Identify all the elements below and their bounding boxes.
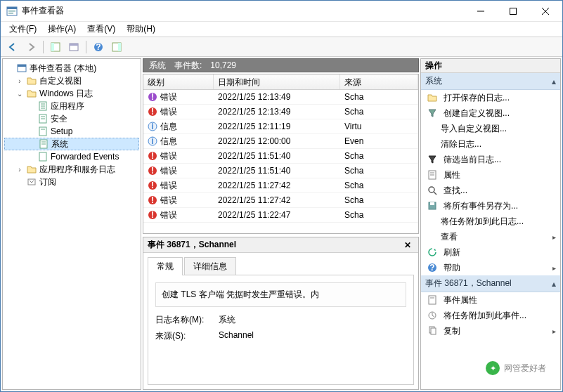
action-properties[interactable]: 属性 xyxy=(421,167,560,183)
action-copy[interactable]: 复制▸ xyxy=(421,323,560,339)
table-header: 级别 日期和时间 来源 xyxy=(143,74,418,90)
tree-label: 应用程序 xyxy=(51,100,84,112)
task-icon xyxy=(427,310,438,321)
action-attach-task-event[interactable]: 将任务附加到此事件... xyxy=(421,308,560,323)
collapse-icon[interactable]: ⌄ xyxy=(15,90,24,98)
action-clear-log[interactable]: 清除日志... xyxy=(421,136,560,152)
col-level[interactable]: 级别 xyxy=(143,74,214,89)
tree-label: 应用程序和服务日志 xyxy=(39,164,115,176)
action-open-saved[interactable]: 打开保存的日志... xyxy=(421,90,560,105)
table-row[interactable]: !错误2022/1/25 11:27:42Scha xyxy=(143,193,418,208)
svg-rect-3 xyxy=(8,13,13,14)
tree-label: 订阅 xyxy=(39,176,56,188)
minimize-button[interactable] xyxy=(465,1,496,21)
menu-view[interactable]: 查看(V) xyxy=(83,22,119,37)
svg-line-54 xyxy=(434,192,436,195)
help-button[interactable]: ? xyxy=(91,39,106,55)
tree-forwarded[interactable]: Forwarded Events xyxy=(4,150,139,163)
action-group-system[interactable]: 系统 ▴ xyxy=(421,73,560,90)
tree-label: Setup xyxy=(51,126,72,136)
source-cell: Scha xyxy=(340,195,418,205)
tab-details[interactable]: 详细信息 xyxy=(184,257,236,275)
actions-body[interactable]: 系统 ▴ 打开保存的日志... 创建自定义视图... 导入自定义视图... 清除… xyxy=(421,73,560,389)
forward-button[interactable] xyxy=(23,39,39,55)
action-view[interactable]: 查看▸ xyxy=(421,229,560,244)
actions-title: 操作 xyxy=(421,59,560,73)
table-body[interactable]: !错误2022/1/25 12:13:49Scha!错误2022/1/25 12… xyxy=(143,90,418,233)
table-row[interactable]: i信息2022/1/25 12:00:00Even xyxy=(143,134,418,149)
level-text: 错误 xyxy=(160,151,177,161)
close-button[interactable] xyxy=(529,1,561,21)
expand-icon[interactable]: › xyxy=(15,77,24,85)
action-find[interactable]: 查找... xyxy=(421,183,560,198)
table-row[interactable]: !错误2022/1/25 11:51:40Scha xyxy=(143,149,418,164)
table-row[interactable]: !错误2022/1/25 11:27:42Scha xyxy=(143,178,418,193)
detail-pane: 事件 36871，Schannel ✕ 常规 详细信息 创建 TLS 客户端 凭… xyxy=(143,237,419,390)
tree-application[interactable]: 应用程序 xyxy=(4,100,139,112)
properties-icon xyxy=(427,169,438,181)
show-hide-tree-button[interactable] xyxy=(48,39,63,55)
log-icon xyxy=(37,100,48,112)
menu-help[interactable]: 帮助(H) xyxy=(122,22,160,37)
tree-app-svc-logs[interactable]: › 应用程序和服务日志 xyxy=(4,163,139,176)
action-pane-button[interactable] xyxy=(109,39,124,55)
properties-button[interactable] xyxy=(66,39,82,55)
action-refresh[interactable]: 刷新 xyxy=(421,244,560,260)
tree-setup[interactable]: Setup xyxy=(4,125,139,138)
action-event-properties[interactable]: 事件属性 xyxy=(421,292,560,308)
open-icon xyxy=(427,92,438,103)
datetime-cell: 2022/1/25 11:51:40 xyxy=(214,166,340,176)
tree-label: Forwarded Events xyxy=(51,152,119,162)
table-row[interactable]: !错误2022/1/25 12:13:49Scha xyxy=(143,105,418,119)
tree-pane[interactable]: 事件查看器 (本地) › 自定义视图 ⌄ Windows 日志 应用程序 安全 … xyxy=(2,58,141,390)
center-header: 系统 事件数: 10,729 xyxy=(143,58,419,72)
col-datetime[interactable]: 日期和时间 xyxy=(214,74,340,89)
level-icon: ! xyxy=(148,195,157,205)
log-name-value: 系统 xyxy=(219,314,235,326)
action-create-custom[interactable]: 创建自定义视图... xyxy=(421,105,560,121)
tree-label: 系统 xyxy=(51,138,68,150)
expand-icon[interactable]: › xyxy=(15,166,24,174)
action-save-all[interactable]: 将所有事件另存为... xyxy=(421,198,560,214)
source-cell: Scha xyxy=(340,181,418,190)
svg-rect-1 xyxy=(7,7,17,9)
table-row[interactable]: !错误2022/1/25 12:13:49Scha xyxy=(143,90,418,105)
table-row[interactable]: !错误2022/1/25 11:22:47Scha xyxy=(143,208,418,223)
back-button[interactable] xyxy=(5,39,20,55)
action-help[interactable]: ?帮助▸ xyxy=(421,260,560,275)
svg-text:?: ? xyxy=(429,263,434,273)
actions-pane: 操作 系统 ▴ 打开保存的日志... 创建自定义视图... 导入自定义视图...… xyxy=(420,58,561,390)
level-icon: ! xyxy=(148,92,157,102)
maximize-button[interactable] xyxy=(497,1,529,21)
source-cell: Even xyxy=(340,136,418,146)
level-icon: i xyxy=(148,136,157,146)
tree-system[interactable]: 系统 xyxy=(4,138,139,150)
menu-file[interactable]: 文件(F) xyxy=(5,22,41,37)
tab-general[interactable]: 常规 xyxy=(148,257,183,275)
center-pane: 系统 事件数: 10,729 级别 日期和时间 来源 !错误2022/1/25 … xyxy=(143,58,419,390)
detail-body[interactable]: 创建 TLS 客户端 凭据时发生严重错误。内 日志名称(M): 系统 来源(S)… xyxy=(148,275,414,385)
table-row[interactable]: i信息2022/1/25 12:11:19Virtu xyxy=(143,119,418,134)
level-text: 错误 xyxy=(160,210,177,220)
tree-security[interactable]: 安全 xyxy=(4,112,139,125)
detail-close-button[interactable]: ✕ xyxy=(401,240,414,250)
tree-root[interactable]: 事件查看器 (本地) xyxy=(4,62,139,74)
log-icon xyxy=(37,126,48,137)
col-source[interactable]: 来源 xyxy=(340,74,418,89)
source-cell: Scha xyxy=(340,210,418,220)
svg-text:!: ! xyxy=(151,151,154,161)
chevron-right-icon: ▸ xyxy=(552,264,556,272)
tree-subscriptions[interactable]: 订阅 xyxy=(4,176,139,188)
menu-action[interactable]: 操作(A) xyxy=(44,22,80,37)
datetime-cell: 2022/1/25 11:51:40 xyxy=(214,151,340,161)
tree-windows-logs[interactable]: ⌄ Windows 日志 xyxy=(4,87,139,100)
folder-icon xyxy=(26,164,37,175)
filter-icon xyxy=(427,107,438,119)
action-attach-task-log[interactable]: 将任务附加到此日志... xyxy=(421,214,560,229)
table-row[interactable]: !错误2022/1/25 11:51:40Scha xyxy=(143,164,418,178)
action-filter-current[interactable]: 筛选当前日志... xyxy=(421,152,560,167)
svg-rect-15 xyxy=(118,43,121,51)
tree-custom-views[interactable]: › 自定义视图 xyxy=(4,74,139,87)
action-group-event[interactable]: 事件 36871，Schannel ▴ xyxy=(421,275,560,292)
action-import-custom[interactable]: 导入自定义视图... xyxy=(421,121,560,136)
